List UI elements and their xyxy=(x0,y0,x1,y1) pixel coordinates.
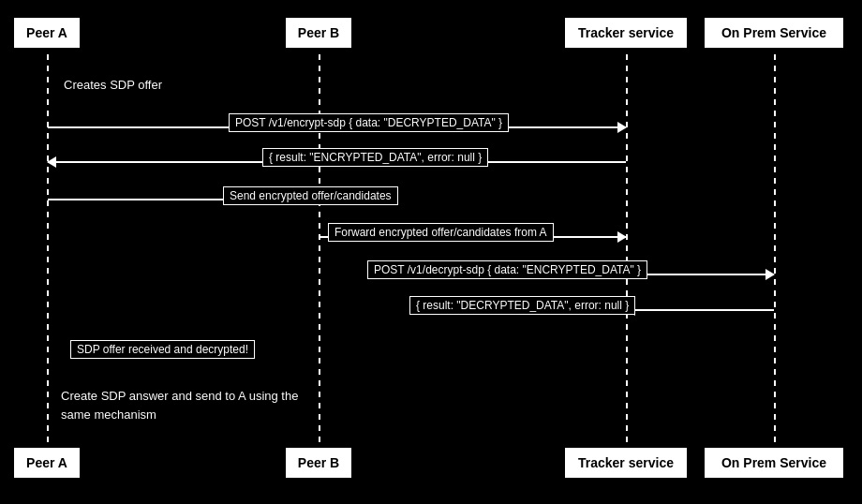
label-post-encrypt: POST /v1/encrypt-sdp { data: "DECRYPTED_… xyxy=(229,113,509,132)
label-forward-encrypted: Forward encrypted offer/candidates from … xyxy=(328,223,554,242)
actor-peer-b-bottom: Peer B xyxy=(286,448,351,478)
lifeline-peer-a xyxy=(47,54,49,448)
arrow-post-decrypt xyxy=(627,274,774,275)
actor-tracker-bottom: Tracker service xyxy=(565,448,687,478)
lifeline-onprem xyxy=(774,54,776,448)
actor-peer-b-top: Peer B xyxy=(286,18,351,48)
label-sdp-offer-received: SDP offer received and decrypted! xyxy=(70,340,255,359)
label-post-decrypt: POST /v1/decrypt-sdp { data: "ENCRYPTED_… xyxy=(367,260,647,279)
actor-tracker-top: Tracker service xyxy=(565,18,687,48)
label-result-decrypt: { result: "DECRYPTED_DATA", error: null … xyxy=(409,296,635,315)
actor-peer-a-bottom: Peer A xyxy=(14,448,80,478)
sequence-diagram: Peer A Peer B Tracker service On Prem Se… xyxy=(0,0,862,504)
arrow-result-decrypt xyxy=(627,309,774,311)
actor-peer-a-top: Peer A xyxy=(14,18,80,48)
creates-sdp-note: Creates SDP offer xyxy=(64,77,162,94)
actor-onprem-top: On Prem Service xyxy=(705,18,843,48)
label-send-encrypted: Send encrypted offer/candidates xyxy=(223,186,398,205)
label-result-encrypt: { result: "ENCRYPTED_DATA", error: null … xyxy=(262,148,488,167)
create-sdp-answer-note: Create SDP answer and send to A using th… xyxy=(61,387,323,423)
actor-onprem-bottom: On Prem Service xyxy=(705,448,843,478)
lifeline-tracker xyxy=(626,54,628,448)
